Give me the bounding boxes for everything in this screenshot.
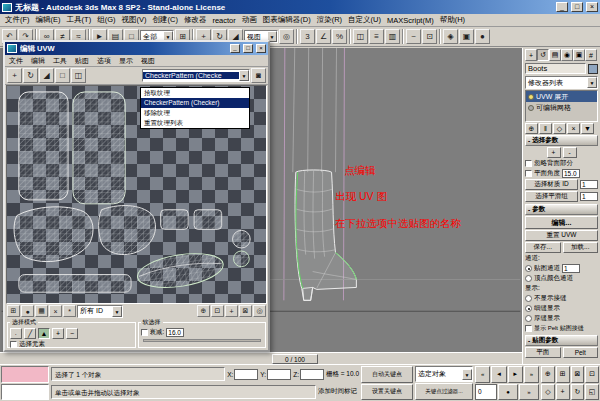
- go-to-start-icon[interactable]: «: [475, 366, 490, 383]
- curve-editor-icon[interactable]: ~: [406, 29, 421, 44]
- minimize-button[interactable]: _: [230, 44, 240, 53]
- modifier-list-dropdown[interactable]: 修改器列表 ▼: [525, 76, 598, 89]
- object-color-swatch[interactable]: [588, 64, 598, 74]
- uv-canvas[interactable]: 拾取纹理 CheckerPattern (Checker) 移除纹理 重置纹理列…: [6, 85, 267, 304]
- object-name-field[interactable]: Boots: [525, 63, 586, 74]
- menu-customize[interactable]: 自定义(U): [345, 14, 384, 26]
- expand-selection-icon[interactable]: +: [52, 328, 64, 339]
- planar-map-button[interactable]: 平面: [525, 347, 561, 358]
- menu-tools[interactable]: 工具(T): [64, 14, 95, 26]
- pelt-map-button[interactable]: Pelt: [563, 347, 599, 358]
- material-editor-icon[interactable]: ◈: [443, 29, 458, 44]
- dropdown-item-reset-texture-list[interactable]: 重置纹理列表: [141, 118, 249, 128]
- dropdown-item-pick-texture[interactable]: 拾取纹理: [141, 88, 249, 98]
- uvw-scale-icon[interactable]: ◢: [39, 68, 54, 83]
- dropdown-item-remove-texture[interactable]: 移除纹理: [141, 108, 249, 118]
- menu-edit[interactable]: 编辑(E): [33, 14, 64, 26]
- select-smoothing-group-button[interactable]: 选择平滑组: [525, 191, 578, 202]
- menu-views[interactable]: 视图(V): [119, 14, 150, 26]
- planar-angle-field[interactable]: 15.0: [562, 169, 580, 178]
- key-filters-button[interactable]: 关键点过滤器...: [415, 383, 473, 400]
- show-end-result-icon[interactable]: ‖: [539, 123, 552, 134]
- menu-reactor[interactable]: reactor: [209, 15, 238, 26]
- z-coordinate-field[interactable]: [300, 369, 324, 380]
- min-max-toggle-icon[interactable]: ◱: [585, 384, 599, 401]
- pin-stack-icon[interactable]: ⊕: [525, 123, 538, 134]
- pan-icon[interactable]: +: [556, 384, 570, 401]
- configure-modifier-sets-icon[interactable]: ▼: [581, 123, 594, 134]
- chevron-down-icon[interactable]: ▼: [239, 70, 249, 81]
- map-channel-radio[interactable]: [525, 265, 532, 272]
- uvw-rotate-icon[interactable]: ↻: [23, 68, 38, 83]
- edge-mode-icon[interactable]: ╱: [24, 328, 36, 339]
- absolute-offset-toggle-icon[interactable]: ⊞: [7, 305, 20, 317]
- menu-animation[interactable]: 动画: [239, 14, 260, 26]
- shrink-selection-icon[interactable]: −: [66, 328, 78, 339]
- zoom-extents-icon[interactable]: ⊠: [571, 366, 585, 383]
- close-button[interactable]: ×: [256, 44, 266, 53]
- load-uvw-button[interactable]: 加载...: [563, 242, 599, 253]
- uvw-zoom-icon[interactable]: ⊕: [197, 305, 210, 317]
- save-uvw-button[interactable]: 保存...: [525, 242, 561, 253]
- arc-rotate-icon[interactable]: ↻: [571, 384, 585, 401]
- mat-id-field[interactable]: 1: [580, 180, 598, 189]
- x-coordinate-field[interactable]: [234, 369, 258, 380]
- menu-graph-editors[interactable]: 图表编辑器(D): [260, 14, 314, 26]
- uvw-move-icon[interactable]: +: [7, 68, 22, 83]
- texture-list-combo[interactable]: CheckerPattern (Checke ▼: [142, 69, 250, 82]
- select-mat-id-button[interactable]: 选择材质 ID: [525, 179, 578, 190]
- no-seams-radio[interactable]: [525, 295, 532, 302]
- rollout-header[interactable]: - 贴图参数: [525, 335, 598, 346]
- track-bar[interactable]: 0 / 100: [0, 352, 522, 364]
- schematic-view-icon[interactable]: ⊡: [422, 29, 437, 44]
- key-mode-dropdown[interactable]: 选定对象 ▼: [415, 366, 473, 382]
- uvw-menu-view[interactable]: 视图: [137, 56, 159, 66]
- chevron-down-icon[interactable]: ▼: [462, 369, 472, 380]
- modify-tab-icon[interactable]: ↺: [537, 49, 549, 61]
- listener-script-row[interactable]: [1, 384, 49, 401]
- filter-selected-faces-icon[interactable]: ▦: [35, 305, 48, 317]
- maximize-button[interactable]: □: [243, 44, 253, 53]
- time-slider-thumb[interactable]: 0 / 100: [272, 354, 318, 364]
- uvw-zoom-region-icon[interactable]: ⊡: [211, 305, 224, 317]
- visibility-bulb-icon[interactable]: [528, 94, 534, 100]
- thin-seams-radio[interactable]: [525, 305, 532, 312]
- thick-seams-radio[interactable]: [525, 315, 532, 322]
- render-scene-icon[interactable]: ▣: [459, 29, 474, 44]
- menu-file[interactable]: 文件(F): [2, 14, 33, 26]
- current-time-field[interactable]: 0: [475, 384, 497, 401]
- chevron-down-icon[interactable]: ▼: [587, 77, 597, 88]
- lock-selection-icon[interactable]: ●: [21, 305, 34, 317]
- align-icon[interactable]: ≡: [369, 29, 384, 44]
- create-tab-icon[interactable]: +: [525, 49, 537, 61]
- dropdown-item-checker-pattern[interactable]: CheckerPattern (Checker): [141, 98, 249, 108]
- show-pelt-seams-checkbox[interactable]: [525, 325, 532, 332]
- play-icon[interactable]: ►: [508, 366, 523, 383]
- listener-macro-row[interactable]: [1, 366, 49, 383]
- uvw-zoom-selected-icon[interactable]: ◎: [253, 305, 266, 317]
- display-tab-icon[interactable]: ▣: [573, 49, 585, 61]
- rollout-header[interactable]: - 参数: [525, 204, 598, 215]
- show-map-toggle-icon[interactable]: ◙: [251, 68, 266, 83]
- utilities-tab-icon[interactable]: #: [585, 49, 597, 61]
- zoom-all-icon[interactable]: ⊞: [556, 366, 570, 383]
- uvw-menu-edit[interactable]: 编辑: [27, 56, 49, 66]
- percent-snap-icon[interactable]: %: [332, 29, 347, 44]
- vertex-color-radio[interactable]: [525, 275, 532, 282]
- use-center-icon[interactable]: ◎: [279, 29, 294, 44]
- map-channel-field[interactable]: 1: [562, 264, 580, 273]
- menu-create[interactable]: 创建(C): [150, 14, 181, 26]
- uvw-menu-tools[interactable]: 工具: [49, 56, 71, 66]
- minimize-button[interactable]: _: [556, 2, 568, 12]
- falloff-slider[interactable]: [143, 339, 262, 342]
- edit-uvw-button[interactable]: 编辑...: [525, 216, 598, 229]
- uvw-zoom-extents-icon[interactable]: ⊠: [239, 305, 252, 317]
- menu-rendering[interactable]: 渲染(R): [314, 14, 345, 26]
- freeze-selected-icon[interactable]: *: [63, 305, 76, 317]
- field-of-view-icon[interactable]: ◇: [541, 384, 555, 401]
- face-mode-icon[interactable]: ▲: [38, 328, 50, 339]
- previous-frame-icon[interactable]: ◄: [491, 366, 506, 383]
- maximize-button[interactable]: □: [571, 2, 583, 12]
- stack-item-editable-mesh[interactable]: 可编辑网格: [526, 102, 597, 113]
- all-ids-dropdown[interactable]: 所有 ID ▼: [77, 305, 123, 318]
